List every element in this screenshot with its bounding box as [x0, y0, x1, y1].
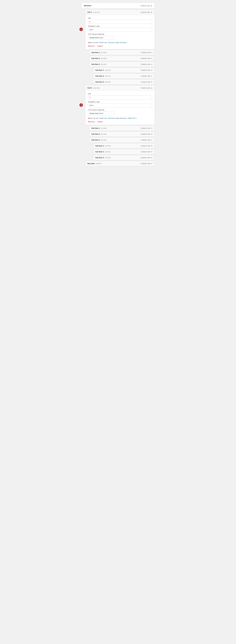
col2-move-out[interactable]: Out from under Services	[108, 117, 127, 119]
col2-header-left: Col 2 sub item	[87, 87, 100, 89]
col2-css-input[interactable]	[88, 111, 114, 116]
col1-subgroup2: Sub Item 1 sub item Custom Link ▼ Sub It…	[93, 68, 155, 84]
services-arrow: ▲	[151, 5, 152, 6]
col2-subtitle: sub item	[93, 87, 100, 89]
col1-nav-label: Navigation Label	[88, 25, 152, 27]
sub-item-row[interactable]: Sub Item 1 sub item Custom Link ▼	[89, 126, 155, 131]
col1-subtitle: sub item	[93, 11, 100, 13]
sub-item-row[interactable]: Sub Item 2 sub item Custom Link ▼	[93, 149, 155, 154]
col2-header[interactable]: Col 2 sub item Custom Link ▲	[85, 85, 155, 91]
col2-nav-input[interactable]	[88, 103, 152, 108]
col2-url-label: URL	[88, 93, 152, 95]
col2-wrapper: 2 Col 2 sub item Custom Link ▲ URL Navig…	[81, 85, 155, 125]
col2-title: Col 2	[87, 87, 92, 89]
col2-arrow: ▲	[151, 87, 152, 89]
col1-header-right: Custom Link ▲	[141, 11, 152, 13]
col2-subgroup1: Sub Item 1 sub item Custom Link ▼ Sub It…	[89, 126, 155, 143]
col2-url-input[interactable]	[88, 95, 152, 100]
col1-panel: Col 1 sub item Custom Link ▲ URL Navigat…	[85, 10, 155, 49]
col2-body: URL Navigation Label CSS Classes (option…	[85, 91, 155, 125]
col2-css-label: CSS Classes (optional)	[88, 109, 152, 111]
sub-item-row[interactable]: Sub Item 2 sub item Custom Link ▼	[93, 73, 155, 79]
sub-item-row[interactable]: Sub Item 2 sub item Custom Link ▼	[89, 131, 155, 137]
sub-item-row[interactable]: Sub Item 3 sub item Custom Link ▼	[93, 79, 155, 84]
col1-action-row: Remove | Cancel	[88, 45, 152, 47]
col1-arrow: ▲	[151, 11, 152, 13]
buy-now-title: Buy Now	[87, 162, 95, 164]
col1-subgroup1: Sub Item 1 sub item Custom Link ▼ Sub It…	[89, 50, 155, 67]
col2-nav-label: Navigation Label	[88, 101, 152, 103]
col1-header-left: Col 1 sub item	[87, 11, 100, 13]
col1-remove[interactable]: Remove	[88, 45, 94, 47]
services-title: Services	[84, 4, 91, 7]
col1-move-down[interactable]: Down one	[99, 42, 107, 44]
menu-editor: Services Custom Link ▲ 1 Col 1 sub item …	[81, 2, 155, 166]
sub-item-row[interactable]: Sub Item 2 sub item Custom Link ▼	[89, 56, 155, 61]
col2-link-type: Custom Link	[141, 87, 150, 89]
col1-header[interactable]: Col 1 sub item Custom Link ▲	[85, 10, 155, 15]
buy-now-arrow: ▼	[151, 163, 152, 164]
col2-panel: Col 2 sub item Custom Link ▲ URL Navigat…	[85, 85, 155, 125]
badge-1: 1	[79, 28, 83, 31]
col1-url-label: URL	[88, 17, 152, 19]
services-link-type: Custom Link	[140, 5, 150, 7]
col1-cancel[interactable]: Cancel	[97, 45, 103, 47]
col1-wrapper: 1 Col 1 sub item Custom Link ▲ URL Navig…	[81, 10, 155, 49]
col2-remove[interactable]: Remove	[88, 121, 94, 123]
col2-move-row: Move Up one Down one Out from under Serv…	[88, 117, 152, 119]
sub-item-row[interactable]: Sub Item 3 sub item Custom Link ▼	[93, 155, 155, 160]
col1-css-label: CSS Classes (optional)	[88, 33, 152, 35]
sub-item-row[interactable]: Sub Item 3 sub item Custom Link ▼	[89, 62, 155, 67]
sub-item-row[interactable]: Sub Item 1 sub item Custom Link ▼	[89, 50, 155, 55]
col1-move-row: Move Up one Down one Out from under Serv…	[88, 42, 152, 44]
col2-move-down[interactable]: Down one	[99, 117, 107, 119]
sub-item-row[interactable]: Sub Item 1 sub item Custom Link ▼	[93, 68, 155, 73]
col1-title: Col 1	[87, 11, 92, 13]
col2-move-under[interactable]: Under Col 1	[128, 117, 137, 119]
col1-nav-input[interactable]	[88, 28, 152, 32]
badge-2: 2	[79, 103, 83, 107]
sub-item-row[interactable]: Sub Item 1 sub item Custom Link ▼	[93, 143, 155, 148]
col1-link-type: Custom Link	[141, 11, 150, 13]
col2-move-up[interactable]: Up one	[93, 117, 98, 119]
buy-now-row[interactable]: Buy Now sub item Custom Link ▼	[85, 161, 155, 166]
services-bar[interactable]: Services Custom Link ▲	[81, 2, 155, 9]
col1-move-out[interactable]: Out from under Services	[108, 42, 127, 44]
col2-subgroup2: Sub Item 1 sub item Custom Link ▼ Sub It…	[93, 143, 155, 160]
col2-header-right: Custom Link ▲	[141, 87, 152, 89]
col1-css-input[interactable]	[88, 36, 114, 40]
col2-cancel[interactable]: Cancel	[97, 121, 103, 123]
col1-move-up[interactable]: Up one	[93, 42, 98, 44]
buy-now-link-type: Custom Link	[141, 162, 150, 164]
sub-item-row[interactable]: Sub Item 3 sub item Custom Link ▼	[89, 137, 155, 143]
col2-action-row: Remove | Cancel	[88, 121, 152, 123]
col1-body: URL Navigation Label CSS Classes (option…	[85, 15, 155, 49]
col1-url-input[interactable]	[88, 20, 152, 24]
services-right: Custom Link ▲	[140, 5, 152, 7]
buy-now-subtitle: sub item	[96, 163, 101, 164]
